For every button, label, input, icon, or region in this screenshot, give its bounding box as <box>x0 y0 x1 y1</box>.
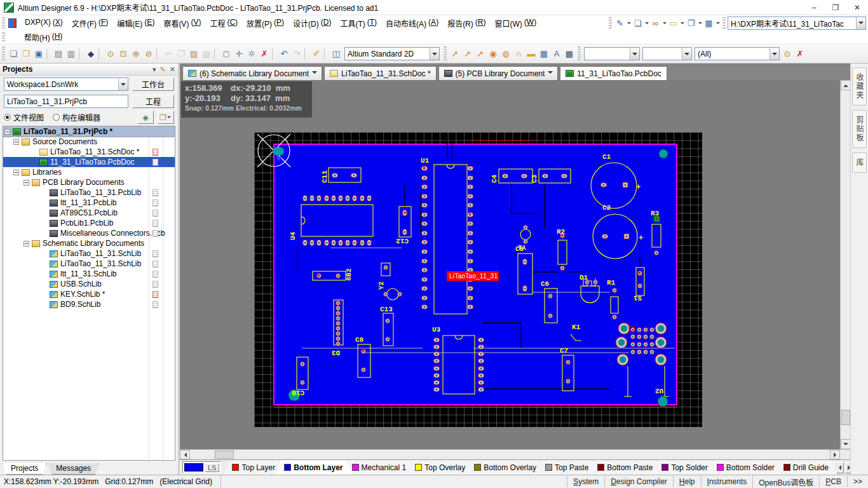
horizontal-scrollbar[interactable] <box>180 449 850 459</box>
expand-toggle[interactable] <box>4 129 10 135</box>
menu-item[interactable]: 报告(R)R <box>443 17 490 30</box>
chevron-down-icon[interactable] <box>630 48 639 60</box>
panel-access-button[interactable]: OpenBus调色板 <box>752 475 819 488</box>
view-configuration-combo[interactable]: Altium Standard 2D <box>344 47 440 60</box>
panel-menu-icon[interactable]: ▾ <box>153 65 156 74</box>
chevron-down-icon[interactable] <box>312 71 316 76</box>
grid-tool-icon[interactable]: ▦ <box>703 17 715 29</box>
tree-item[interactable]: LiTaoTao_11_31.SchDoc * <box>3 147 175 157</box>
undo-icon[interactable]: ↶ <box>278 48 290 60</box>
panel-access-button[interactable]: Instruments <box>701 476 753 487</box>
menu-item[interactable]: 工程C <box>205 17 242 30</box>
expand-toggle[interactable] <box>13 170 19 175</box>
menu-item[interactable]: 设计(D)D <box>288 17 336 30</box>
expand-toggle[interactable] <box>24 180 29 186</box>
validate-project-button[interactable]: ◈ <box>137 111 154 124</box>
toolbar-grip[interactable] <box>444 46 447 61</box>
open-icon[interactable]: ❒ <box>20 48 32 60</box>
document-tab[interactable]: LiTaoTao_11_31.SchDoc * <box>324 66 437 80</box>
horizontal-scroll-thumb[interactable] <box>215 451 234 459</box>
layer-tab[interactable]: Top Overlay <box>406 460 474 475</box>
toolbar-grip[interactable] <box>722 17 726 29</box>
pin-icon[interactable]: ✎ <box>160 65 166 74</box>
right-panel-tab[interactable]: 剪贴板 <box>852 110 867 148</box>
clear-filter-icon[interactable]: ✗ <box>258 48 271 60</box>
layer-set-selector[interactable]: LS <box>182 461 221 473</box>
scroll-down-icon[interactable] <box>841 439 850 449</box>
print-icon[interactable]: ▤ <box>52 48 65 60</box>
menu-grip[interactable] <box>2 32 5 42</box>
layer-tab[interactable]: Drill Guide <box>775 460 837 475</box>
layer-tab[interactable]: Bottom Solder <box>708 460 783 475</box>
file-view-radio[interactable] <box>4 114 11 121</box>
scroll-left-icon[interactable] <box>180 450 190 459</box>
ruler-tool-icon[interactable]: ▭ <box>667 17 679 29</box>
string-icon[interactable]: A <box>550 48 563 60</box>
pcb-editor-canvas[interactable]: x:158.369dx:-29.210 mm y:-20.193dy: 33.1… <box>180 80 850 449</box>
scroll-up-icon[interactable] <box>841 80 850 90</box>
zoom-selected-icon[interactable]: ⊕ <box>130 48 142 60</box>
dropdown-arrow-icon[interactable] <box>644 17 649 29</box>
chevron-down-icon[interactable] <box>682 48 691 60</box>
tree-item[interactable]: LiTaoTao_11_31.SchLib <box>3 248 175 259</box>
save-icon[interactable]: ▣ <box>32 48 45 60</box>
scroll-right-icon[interactable] <box>830 450 840 459</box>
vertical-scroll-thumb[interactable] <box>841 410 850 425</box>
clear-selection-icon[interactable]: ✲ <box>245 48 258 60</box>
tree-item[interactable]: PcbLib1.PcbLib <box>3 218 175 228</box>
chevron-down-icon[interactable] <box>856 17 865 29</box>
tree-item[interactable]: 11_31_LiTaoTao.PcbDoc <box>3 157 175 167</box>
tree-item[interactable]: ltt_11_31.SchLib <box>3 269 175 279</box>
menu-item[interactable]: 放置(P)P <box>242 17 288 30</box>
tree-item[interactable]: LiTaoTao_11_31.PcbLib <box>3 187 175 198</box>
right-panel-tab[interactable]: 收藏夹 <box>852 67 867 105</box>
zoom-filter-icon[interactable]: ⊘ <box>142 48 155 60</box>
toolbar-grip[interactable] <box>609 17 612 29</box>
panel-access-button[interactable]: System <box>567 476 604 487</box>
move-icon[interactable]: ✛ <box>233 48 245 60</box>
tree-item[interactable]: ltt_11_31.PcbLib <box>3 198 175 208</box>
layers-tool-icon[interactable]: ❏ <box>632 17 644 29</box>
panel-access-button[interactable]: PCB <box>819 476 847 487</box>
tree-item[interactable]: Libraries <box>3 167 175 177</box>
new-document-icon[interactable]: ❏ <box>7 48 20 60</box>
panel-access-button[interactable]: >> <box>847 476 868 487</box>
expand-toggle[interactable] <box>13 139 19 145</box>
layer-tab[interactable]: Top Paste <box>536 460 597 475</box>
menu-item[interactable]: 工具(T)T <box>336 17 381 30</box>
structure-editor-radio[interactable] <box>53 114 60 121</box>
document-tab[interactable]: 11_31_LiTaoTao.PcbDoc <box>560 66 667 80</box>
pcb-sheet[interactable]: U1 C11 C12 U4 C4 C3 C1 C2 R3 Y1 R2 C5 C6… <box>254 132 702 427</box>
close-button[interactable]: ✕ <box>846 0 868 15</box>
zoom-document-icon[interactable]: ⊙ <box>104 48 117 60</box>
project-field[interactable]: LiTaoTao_11_31.PrjPcb <box>4 95 128 108</box>
tree-item[interactable]: USB.SchLib <box>3 279 175 289</box>
tree-item[interactable]: Schematic Library Documents <box>3 238 175 248</box>
paste-icon[interactable]: ▨ <box>187 48 200 60</box>
layer-tab[interactable]: Mechanical 1 <box>343 460 416 475</box>
panel-bottom-tab[interactable]: Messages <box>48 463 99 475</box>
workspace-button[interactable]: 工作台 <box>132 78 174 91</box>
window-tool-icon[interactable]: ❐ <box>685 17 697 29</box>
tree-item[interactable]: Miscellaneous Connectors.Pcb <box>3 228 175 238</box>
fill-icon[interactable]: ▬ <box>525 48 538 60</box>
clear-filter-2-icon[interactable]: ✗ <box>794 48 806 60</box>
pad-icon[interactable]: ◉ <box>487 48 499 60</box>
layer-tab[interactable]: Bottom Paste <box>588 460 661 475</box>
tree-item[interactable]: PCB Library Documents <box>3 177 175 187</box>
array-icon[interactable]: ▦ <box>538 48 550 60</box>
next-layer-button[interactable] <box>845 462 850 473</box>
menu-item[interactable]: 自动布线(A)A <box>381 17 443 30</box>
via-icon[interactable]: ◍ <box>499 48 512 60</box>
layer-set-label[interactable]: LS <box>205 463 219 472</box>
expand-toggle[interactable] <box>24 241 29 247</box>
tree-item[interactable]: Source Documents <box>3 137 175 147</box>
menu-item-help[interactable]: 帮助(H)H <box>20 30 67 44</box>
menu-item[interactable]: 窗口(W)W <box>490 17 541 30</box>
document-tab[interactable]: (6) Schematic Library Document <box>182 66 322 80</box>
find-similar-icon[interactable]: ◫ <box>330 48 342 60</box>
layer-tab[interactable]: Bottom Layer <box>275 460 351 475</box>
menu-grip[interactable] <box>2 17 5 29</box>
project-button[interactable]: 工程 <box>132 95 174 108</box>
chevron-down-icon[interactable] <box>118 78 128 90</box>
